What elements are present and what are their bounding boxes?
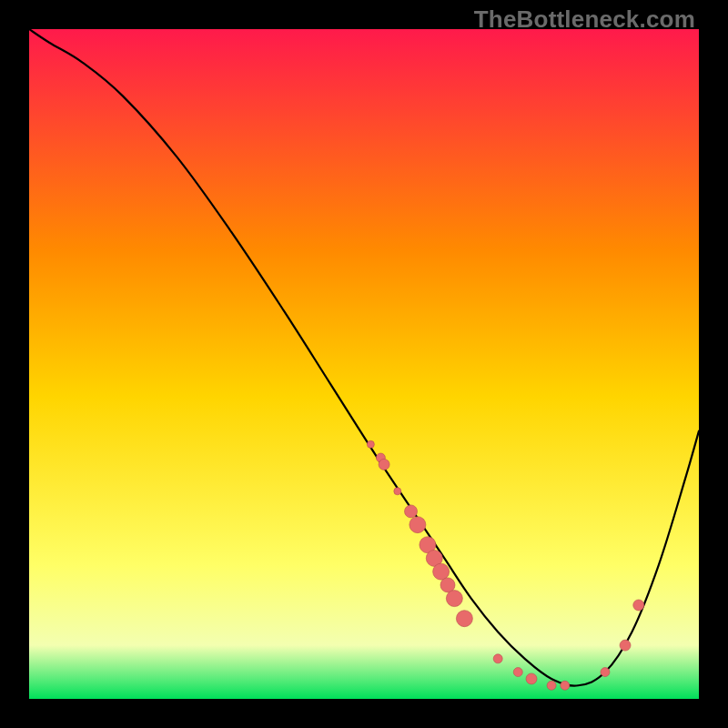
data-point <box>513 668 522 677</box>
data-point <box>446 591 462 607</box>
bottleneck-chart <box>29 29 699 699</box>
data-point <box>493 654 502 663</box>
data-point <box>547 681 556 690</box>
data-point <box>456 611 472 627</box>
data-point <box>601 668 610 677</box>
data-point <box>379 459 389 470</box>
chart-frame <box>29 29 699 699</box>
data-point <box>633 600 644 611</box>
data-point <box>526 673 537 684</box>
data-point <box>367 440 374 448</box>
gradient-background <box>29 29 699 699</box>
data-point <box>394 488 401 495</box>
data-point <box>561 681 570 690</box>
plot-area <box>29 29 699 699</box>
data-point <box>433 563 450 580</box>
data-point <box>405 505 418 518</box>
data-point <box>620 640 631 651</box>
data-point <box>410 517 426 533</box>
